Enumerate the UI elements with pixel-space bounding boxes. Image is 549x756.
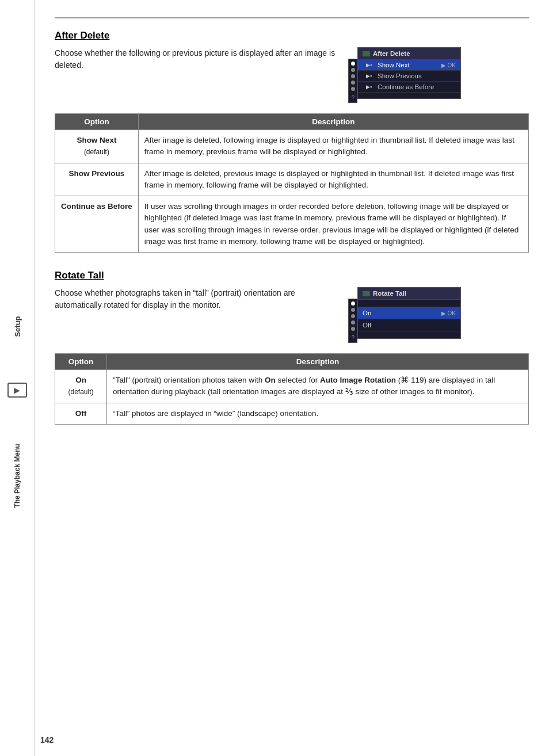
after-delete-title: After Delete [55, 30, 529, 41]
after-delete-desc: Choose whether the following or previous… [55, 47, 337, 71]
option-continue-label: Continue as Before [61, 202, 132, 211]
option-on-label: On [75, 376, 86, 384]
table-row: Show Previous After image is deleted, pr… [55, 163, 529, 196]
option-show-next: Show Next (default) [55, 130, 139, 163]
camera-side-icons: ? [348, 59, 357, 103]
option-on-sub: (default) [68, 388, 93, 396]
sidebar-label-setup: Setup [13, 316, 21, 337]
camera-header: After Delete [358, 48, 460, 60]
top-rule [55, 17, 529, 18]
rotate-tall-table: Option Description On (default) "Tall" (… [55, 353, 529, 425]
desc-show-next: After image is deleted, following image … [138, 130, 528, 163]
page-number: 142 [40, 735, 54, 744]
side-dot-5 [351, 87, 355, 91]
rotate-tall-camera-ui: ? Rotate Tall On ▶ OK [348, 287, 461, 343]
option-continue: Continue as Before [55, 196, 139, 253]
rotate-camera-screen: Rotate Tall On ▶ OK Off [357, 287, 461, 339]
rotate-side-dot-5 [351, 327, 355, 331]
table-row: Off “Tall” photos are displayed in “wide… [55, 403, 529, 424]
after-delete-table: Option Description Show Next (default) A… [55, 113, 529, 253]
desc-off: “Tall” photos are displayed in “wide” (l… [107, 403, 529, 424]
rotate-side-dot-4 [351, 320, 355, 324]
rotate-side-dot-3 [351, 314, 355, 318]
after-delete-camera-ui: ? After Delete ▶▪ Show Next ▶ OK [348, 47, 461, 103]
rotate-tall-row: Choose whether photographs taken in “tal… [55, 287, 529, 343]
show-next-ok: ▶ OK [441, 62, 456, 68]
desc-show-prev: After image is deleted, previous image i… [138, 163, 528, 196]
rotate-side-dot-1 [351, 301, 355, 306]
after-delete-section: After Delete Choose whether the followin… [55, 30, 529, 253]
on-label: On [363, 310, 441, 316]
option-show-prev-label: Show Previous [69, 169, 125, 178]
desc-on-text-1: "Tall" (portrait) orientation photos tak… [113, 376, 265, 384]
camera-header-text: After Delete [373, 50, 410, 57]
camera-row-continue: ▶▪ Continue as Before [358, 82, 460, 93]
desc-on: "Tall" (portrait) orientation photos tak… [107, 370, 529, 403]
show-next-label: Show Next [378, 62, 441, 68]
rotate-col-option: Option [55, 354, 107, 370]
option-show-prev: Show Previous [55, 163, 139, 196]
option-show-next-sub: (default) [84, 148, 109, 156]
rotate-empty-row-2 [358, 331, 460, 338]
desc-on-text-2: selected for [276, 376, 320, 384]
desc-on-bold-1: On [265, 376, 276, 384]
after-delete-row: Choose whether the following or previous… [55, 47, 529, 103]
table-row: Show Next (default) After image is delet… [55, 130, 529, 163]
rotate-camera-header-icon [363, 291, 370, 296]
desc-on-bold-2: Auto Image Rotation [320, 376, 396, 384]
table-row: On (default) "Tall" (portrait) orientati… [55, 370, 529, 403]
playback-triangle-icon: ▶ [14, 385, 20, 395]
desc-continue: If user was scrolling through images in … [138, 196, 528, 253]
side-dot-4 [351, 81, 355, 85]
on-ok: ▶ OK [441, 310, 456, 316]
rotate-tall-desc: Choose whether photographs taken in “tal… [55, 287, 337, 311]
after-delete-col-option: Option [55, 114, 139, 130]
rotate-camera-side-icons: ? [348, 299, 357, 343]
rotate-side-dot-2 [351, 308, 355, 312]
show-next-icon: ▶▪ [363, 62, 375, 68]
camera-row-show-next: ▶▪ Show Next ▶ OK [358, 60, 460, 71]
side-dot-1 [351, 62, 355, 66]
option-off-label: Off [75, 409, 87, 418]
rotate-empty-row-1 [358, 300, 460, 307]
rotate-col-desc: Description [107, 354, 529, 370]
rotate-tall-title: Rotate Tall [55, 270, 529, 281]
table-row: Continue as Before If user was scrolling… [55, 196, 529, 253]
camera-row-show-prev: ▶▪ Show Previous [358, 71, 460, 82]
camera-empty-row [358, 93, 460, 98]
rotate-side-question-icon: ? [352, 334, 354, 340]
sidebar: Setup ▶ The Playback Menu [0, 0, 35, 756]
show-prev-label: Show Previous [378, 72, 456, 79]
off-label: Off [363, 322, 456, 329]
sidebar-playback-icon: ▶ [7, 383, 27, 398]
main-content: After Delete Choose whether the followin… [35, 0, 549, 459]
side-dot-3 [351, 74, 355, 78]
camera-row-off: Off [358, 319, 460, 331]
show-prev-icon: ▶▪ [363, 73, 375, 79]
camera-row-on: On ▶ OK [358, 307, 460, 319]
after-delete-col-desc: Description [138, 114, 528, 130]
sidebar-label-playback-menu: The Playback Menu [13, 444, 21, 507]
rotate-tall-section: Rotate Tall Choose whether photographs t… [55, 270, 529, 425]
rotate-camera-header: Rotate Tall [358, 288, 460, 300]
side-question-icon: ? [352, 94, 354, 100]
option-on: On (default) [55, 370, 107, 403]
side-dot-2 [351, 68, 355, 72]
continue-icon: ▶▪ [363, 84, 375, 90]
camera-screen: After Delete ▶▪ Show Next ▶ OK ▶▪ Show P… [357, 47, 461, 99]
option-off: Off [55, 403, 107, 424]
camera-header-icon [363, 51, 370, 56]
option-show-next-label: Show Next [77, 136, 116, 144]
continue-label: Continue as Before [378, 83, 456, 90]
rotate-camera-header-text: Rotate Tall [373, 290, 406, 297]
